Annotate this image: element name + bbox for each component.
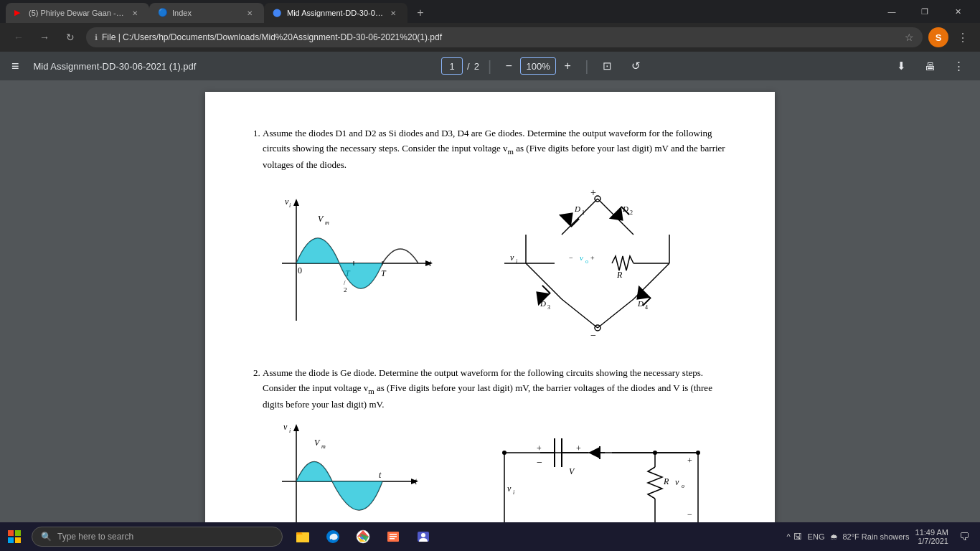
q2-waveform-figure: v i t V m −V m [268,424,468,523]
taskbar-right: ^ 🖫 ENG 🌧 82°F Rain showers 11:49 AM 1/7… [786,527,980,547]
tab-bar: ▶ (5) Phiriye Dewar Gaan - Hemloc ✕ 🔵 In… [6,0,430,23]
q2-circuit-svg: v i + + [497,431,712,523]
tab3-favicon: ⬤ [273,8,283,18]
q1-circuit-svg: + − [497,184,698,342]
svg-text:+: + [687,456,692,466]
svg-text:m: m [321,443,326,450]
tab2-close[interactable]: ✕ [244,7,255,19]
svg-text:V: V [314,438,321,448]
page-total: 2 [474,61,479,72]
svg-text:1: 1 [582,209,585,216]
svg-line-27 [598,299,633,328]
taskbar-app-edge[interactable] [319,522,347,551]
weather-widget[interactable]: 🌧 82°F Rain showers [830,532,909,541]
svg-rect-105 [8,537,14,543]
q1-figures: v i t 0 V m T / 2 T [248,184,732,347]
refresh-button[interactable]: ↻ [60,27,80,47]
chevron-up-icon[interactable]: ^ [786,532,790,541]
fit-page-button[interactable]: ⊡ [597,56,617,76]
svg-text:+: + [537,443,542,453]
notification-button[interactable]: 🗨 [954,527,974,547]
svg-text:v: v [510,253,514,263]
explorer-icon [296,529,310,544]
tab3-close[interactable]: ✕ [387,7,399,19]
svg-text:v: v [283,424,288,432]
more-tools-button[interactable]: ⋮ [948,56,969,76]
tab-1[interactable]: ▶ (5) Phiriye Dewar Gaan - Hemloc ✕ [6,3,149,23]
svg-text:D: D [637,299,644,308]
svg-text:V: V [318,214,324,224]
windows-logo-icon [8,530,21,543]
svg-text:2: 2 [344,286,347,293]
svg-text:−: − [687,509,692,519]
weather-icon: 🌧 [830,532,838,541]
toolbar-separator1: | [488,58,491,75]
close-button[interactable]: ✕ [941,0,974,23]
svg-rect-104 [15,530,21,536]
svg-text:−: − [537,457,542,468]
pdf-container[interactable]: Assume the diodes D1 and D2 as Si diodes… [0,80,980,522]
page-number-input[interactable] [441,57,463,75]
download-button[interactable]: ⬇ [891,56,911,76]
taskbar-app-explorer[interactable] [288,522,317,551]
bookmark-icon[interactable]: ☆ [905,32,914,43]
url-bar[interactable]: ℹ File | C:/Users/hp/Documents/Downloads… [86,27,923,47]
svg-text:i: i [516,258,517,265]
svg-text:m: m [325,220,329,226]
svg-text:V: V [569,466,575,476]
security-icon: ℹ [95,33,98,42]
question2-text: Assume the diode is Ge diode. Determine … [263,367,712,410]
svg-text:D: D [574,204,580,213]
page-info: / 2 [441,57,479,75]
taskbar-app-chrome[interactable] [349,522,377,551]
svg-rect-103 [8,530,14,536]
tab-3[interactable]: ⬤ Mid Assignment-DD-30-06-2021 ✕ [264,3,407,23]
svg-text:v: v [507,484,512,494]
back-button[interactable]: ← [9,27,29,47]
search-icon: 🔍 [41,532,52,542]
tab1-favicon: ▶ [14,8,24,18]
address-bar: ← → ↻ ℹ File | C:/Users/hp/Documents/Dow… [0,23,980,52]
toolbar-separator2: | [585,58,588,75]
zoom-out-button[interactable]: − [500,57,517,75]
print-button[interactable]: 🖶 [920,56,940,76]
profile-button[interactable]: S [928,27,948,47]
svg-text:R: R [663,476,669,486]
svg-text:v: v [580,253,583,262]
svg-marker-79 [588,447,600,458]
svg-rect-113 [390,534,397,535]
maximize-button[interactable]: ❐ [908,0,941,23]
zoom-value: 100% [520,57,556,75]
new-tab-button[interactable]: + [410,3,430,23]
taskbar-app-files[interactable] [379,522,407,551]
sidebar-toggle-button[interactable]: ≡ [11,59,19,74]
window-controls: — ❐ ✕ [875,0,974,23]
start-button[interactable] [0,522,29,551]
pdf-toolbar: ≡ Mid Assignment-DD-30-06-2021 (1).pdf /… [0,52,980,80]
svg-text:+: + [576,443,581,453]
taskbar: 🔍 Type here to search [0,522,980,551]
more-options-button[interactable]: ⋮ [954,31,971,44]
svg-text:+: + [590,187,596,198]
q1-waveform-figure: v i t 0 V m T / 2 T [268,199,468,332]
clock: 11:49 AM 1/7/2021 [915,528,948,545]
zoom-in-button[interactable]: + [559,57,576,75]
language-indicator: ENG [808,532,825,541]
svg-marker-57 [293,424,299,431]
forward-button[interactable]: → [34,27,55,47]
svg-text:4: 4 [645,304,648,311]
tab3-title: Mid Assignment-DD-30-06-2021 [287,9,383,17]
zoom-controls: − 100% + [500,57,576,75]
rotate-button[interactable]: ↺ [626,56,646,76]
taskbar-app-teams[interactable] [409,522,438,551]
q1-circuit-figure: + − [497,184,712,347]
taskbar-search[interactable]: 🔍 Type here to search [32,527,283,547]
q2-figures: v i t V m −V m [248,424,732,523]
system-tray-icons: ^ 🖫 ENG [786,532,824,542]
network-icon: 🖫 [793,532,802,542]
minimize-button[interactable]: — [875,0,908,23]
tab-2[interactable]: 🔵 Index ✕ [149,3,264,23]
svg-text:+: + [590,254,595,262]
q2-circuit-figure: v i + + [497,431,712,523]
tab1-close[interactable]: ✕ [129,7,141,19]
